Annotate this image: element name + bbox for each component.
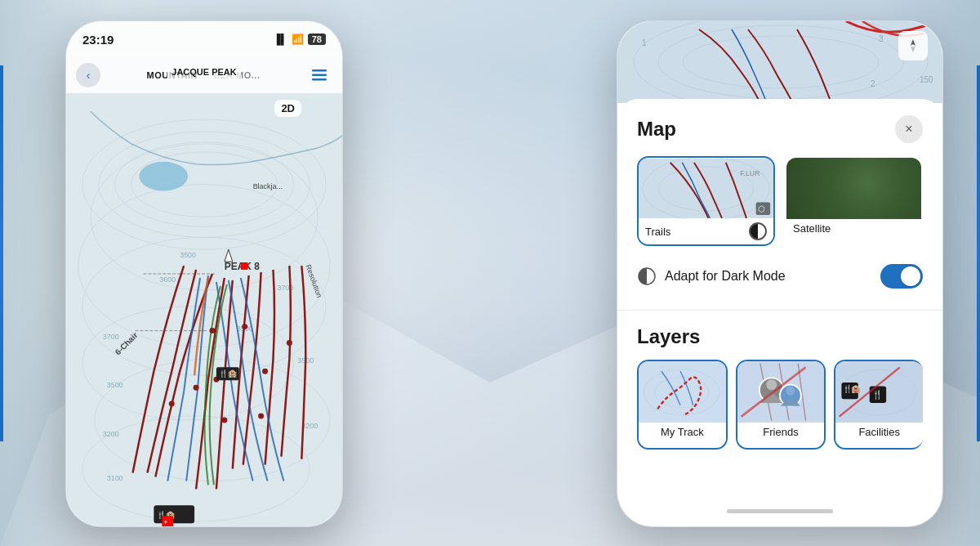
trails-preview: F.LUR ⬡: [639, 158, 773, 219]
compass-icon: [905, 38, 921, 54]
svg-text:3700: 3700: [103, 333, 119, 341]
panel-title: Map: [637, 118, 676, 141]
phone-right: 1 3 - 2 150: [617, 20, 943, 527]
layers-grid: My Track: [637, 360, 923, 450]
svg-marker-57: [911, 39, 915, 46]
signal-icon: ▐▌: [274, 34, 287, 45]
svg-point-31: [221, 417, 227, 423]
peak-label: JACQUE PEAK: [167, 65, 241, 78]
svg-point-33: [194, 385, 199, 391]
svg-point-43: [139, 162, 188, 191]
phone-accent-left: [0, 65, 3, 441]
dark-mode-icon: [637, 266, 657, 286]
top-map-preview-svg: 1 3 - 2 150: [617, 21, 942, 103]
map-preview-top: 1 3 - 2 150: [617, 21, 942, 103]
svg-point-34: [169, 401, 175, 407]
contrast-icon: [749, 222, 767, 240]
facilities-preview: 🍴 🏨 🍴: [835, 361, 923, 423]
friends-label: Friends: [737, 423, 825, 441]
svg-rect-66: [639, 364, 726, 421]
facilities-svg: 🍴 🏨 🍴: [835, 361, 923, 423]
close-button[interactable]: ×: [895, 115, 923, 143]
dark-mode-row: Adapt for Dark Mode: [637, 261, 923, 292]
facilities-label: Facilities: [835, 423, 923, 441]
svg-text:3100: 3100: [107, 475, 123, 483]
trails-label: Trails: [639, 219, 773, 244]
dark-mode-toggle[interactable]: [880, 264, 923, 289]
layers-title: Layers: [637, 325, 923, 348]
svg-text:3500: 3500: [180, 251, 196, 259]
svg-point-29: [262, 369, 268, 374]
2d-badge[interactable]: 2D: [274, 100, 301, 117]
back-chevron-icon: ‹: [87, 69, 91, 82]
trail-map-svg: 3700 3500 3200 3100 3500 3700 3500 3200 …: [66, 21, 342, 526]
status-time: 23:19: [82, 33, 114, 47]
map-type-selector: F.LUR ⬡ Trails Satellite: [637, 156, 923, 246]
satellite-label-text: Satellite: [793, 222, 831, 235]
svg-text:⬡: ⬡: [758, 204, 765, 213]
svg-point-76: [786, 387, 795, 396]
status-icons: ▐▌ 📶 78: [274, 34, 326, 45]
svg-rect-22: [241, 262, 248, 270]
layers-button[interactable]: [306, 62, 332, 88]
svg-point-32: [258, 413, 264, 418]
battery-indicator: 78: [308, 34, 326, 45]
svg-text:🏨: 🏨: [851, 384, 861, 394]
panel-header: Map ×: [637, 115, 923, 143]
map-settings-panel: Map ×: [617, 99, 942, 526]
my-track-preview: [639, 361, 726, 423]
svg-text:3: 3: [879, 34, 884, 43]
layer-friends[interactable]: Friends: [736, 360, 826, 450]
svg-point-26: [209, 328, 215, 333]
satellite-preview: [786, 158, 921, 219]
my-track-label: My Track: [639, 423, 726, 441]
svg-text:F.LUR: F.LUR: [740, 169, 760, 177]
svg-text:150: 150: [920, 75, 933, 84]
svg-marker-58: [911, 46, 915, 52]
dark-mode-label: Adapt for Dark Mode: [665, 269, 872, 284]
back-button[interactable]: ‹: [76, 63, 100, 87]
bottom-handle: [727, 509, 833, 513]
close-icon: ×: [905, 122, 912, 136]
friends-preview: [737, 361, 825, 423]
svg-text:1: 1: [642, 38, 647, 47]
phone-accent-right: [977, 65, 980, 441]
svg-text:2: 2: [871, 79, 875, 88]
svg-text:🍴: 🍴: [872, 389, 883, 400]
svg-text:+: +: [163, 518, 167, 526]
svg-point-74: [766, 379, 777, 390]
panel-divider: [617, 310, 942, 311]
svg-rect-45: [312, 69, 327, 72]
my-track-svg: [639, 361, 726, 423]
svg-rect-46: [312, 74, 327, 77]
svg-rect-47: [312, 78, 327, 81]
layers-icon: [310, 66, 328, 84]
svg-text:3500: 3500: [107, 381, 123, 389]
status-bar: 23:19 ▐▌ 📶 78: [66, 21, 342, 57]
map-type-satellite[interactable]: Satellite: [785, 156, 923, 246]
satellite-label: Satellite: [786, 219, 921, 238]
map-type-trails[interactable]: F.LUR ⬡ Trails: [637, 156, 775, 246]
trails-preview-svg: F.LUR ⬡: [639, 158, 773, 219]
phone-left: 3700 3500 3200 3100 3500 3700 3500 3200 …: [65, 20, 343, 527]
satellite-img: [786, 158, 921, 219]
svg-text:🍴🏨: 🍴🏨: [219, 369, 238, 378]
wifi-icon: 📶: [292, 34, 304, 45]
layer-my-track[interactable]: My Track: [637, 360, 728, 450]
svg-text:3200: 3200: [103, 430, 119, 438]
friends-svg: [737, 361, 825, 423]
topo-map-background: 3700 3500 3200 3100 3500 3700 3500 3200 …: [66, 21, 342, 526]
svg-text:Blackja...: Blackja...: [253, 182, 283, 190]
layer-facilities[interactable]: 🍴 🏨 🍴 Facilities: [834, 360, 923, 450]
svg-point-30: [287, 340, 292, 346]
svg-point-27: [242, 324, 247, 329]
trails-label-text: Trails: [645, 226, 670, 238]
svg-text:3600: 3600: [159, 275, 176, 284]
navigation-icon[interactable]: [898, 31, 928, 60]
